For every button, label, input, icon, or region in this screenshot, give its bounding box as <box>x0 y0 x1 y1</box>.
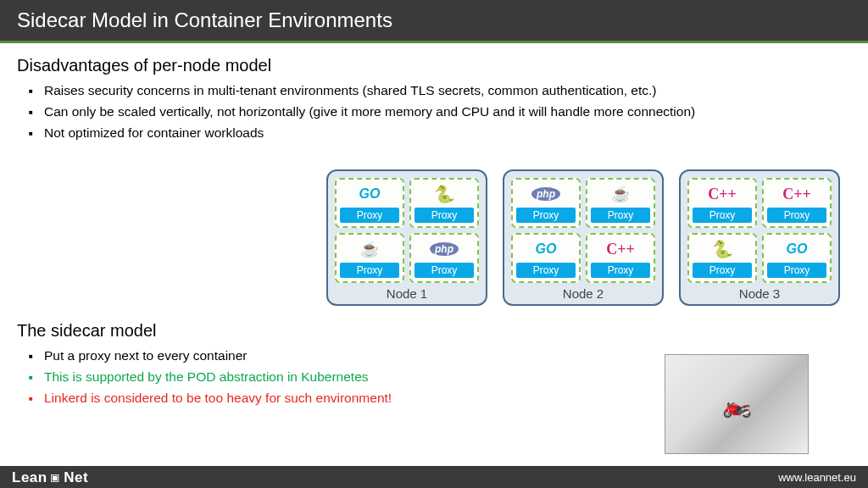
pod: Proxy <box>687 233 757 283</box>
proxy-label: Proxy <box>591 208 650 223</box>
node-label: Node 3 <box>739 286 780 301</box>
proxy-label: Proxy <box>516 263 576 278</box>
java-icon <box>604 183 637 205</box>
proxy-label: Proxy <box>415 208 474 223</box>
node: phpProxyProxyGOProxyC++ProxyNode 2 <box>503 169 664 306</box>
pod: phpProxy <box>511 178 581 228</box>
go-icon: GO <box>780 238 814 260</box>
node-label: Node 2 <box>563 286 604 301</box>
sidecar-heading: The sidecar model <box>17 321 851 341</box>
pod: C++Proxy <box>687 178 757 228</box>
proxy-label: Proxy <box>767 263 826 278</box>
pod: C++Proxy <box>586 233 655 283</box>
node: GOProxyProxyProxyphpProxyNode 1 <box>326 169 487 306</box>
python-icon <box>427 183 461 205</box>
list-item: Raises security concerns in multi-tenant… <box>44 80 851 102</box>
proxy-label: Proxy <box>767 208 826 223</box>
php-icon: php <box>427 238 461 260</box>
pod: Proxy <box>409 178 479 228</box>
proxy-label: Proxy <box>693 263 752 278</box>
java-icon <box>353 238 387 260</box>
proxy-label: Proxy <box>693 208 752 223</box>
cpp-icon: C++ <box>780 183 814 205</box>
slide-title: Sidecar Model in Container Environments <box>0 0 868 43</box>
node: C++ProxyC++ProxyProxyGOProxyNode 3 <box>679 169 840 306</box>
go-icon: GO <box>529 238 563 260</box>
sidecar-motorcycle-image: 🏍️ <box>665 354 809 454</box>
proxy-label: Proxy <box>340 208 399 223</box>
pod: GOProxy <box>511 233 581 283</box>
pod: C++Proxy <box>762 178 832 228</box>
disadvantages-heading: Disadvantages of per-node model <box>17 56 851 75</box>
cpp-icon: C++ <box>705 183 739 205</box>
php-icon: php <box>529 183 563 205</box>
footer-url: www.leannet.eu <box>778 471 856 484</box>
node-label: Node 1 <box>387 286 427 301</box>
proxy-label: Proxy <box>516 208 576 223</box>
pod: GOProxy <box>335 178 404 228</box>
go-icon: GO <box>353 183 387 205</box>
pod: Proxy <box>335 233 404 283</box>
nodes-diagram: GOProxyProxyProxyphpProxyNode 1phpProxyP… <box>326 169 840 306</box>
proxy-label: Proxy <box>415 263 474 278</box>
brand-logo: Lean◈Net <box>12 469 88 486</box>
pod: phpProxy <box>409 233 479 283</box>
proxy-label: Proxy <box>591 263 650 278</box>
python-icon <box>705 238 739 260</box>
list-item: Can only be scaled vertically, not horiz… <box>44 102 851 123</box>
footer: Lean◈Net www.leannet.eu <box>0 466 868 488</box>
pod: GOProxy <box>762 233 832 283</box>
disadvantages-list: Raises security concerns in multi-tenant… <box>17 80 851 143</box>
proxy-label: Proxy <box>340 263 399 278</box>
pod: Proxy <box>586 178 655 228</box>
list-item: Not optimized for container workloads <box>44 123 851 144</box>
cpp-icon: C++ <box>604 238 637 260</box>
